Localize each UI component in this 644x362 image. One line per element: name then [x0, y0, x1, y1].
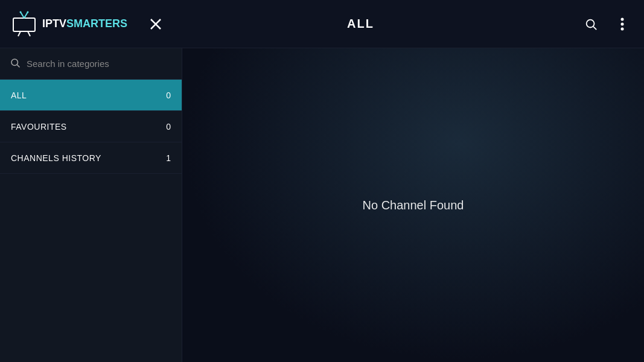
- category-label-channels-history: CHANNELS HISTORY: [11, 153, 101, 163]
- no-channel-message: No Channel Found: [363, 198, 464, 212]
- svg-point-11: [621, 17, 624, 21]
- more-options-icon: [620, 17, 624, 31]
- category-item-all[interactable]: ALL 0: [0, 80, 182, 111]
- category-label-favourites: FAVOURITES: [11, 122, 67, 132]
- category-count-channels-history: 1: [166, 153, 171, 163]
- header-actions: [579, 12, 634, 36]
- logo-area: IPTVSMARTERS: [10, 10, 142, 39]
- category-count-all: 0: [166, 91, 171, 100]
- close-button[interactable]: [145, 13, 167, 35]
- svg-rect-0: [13, 18, 35, 31]
- category-count-favourites: 0: [166, 122, 171, 132]
- svg-point-9: [587, 19, 595, 27]
- category-item-channels-history[interactable]: CHANNELS HISTORY 1: [0, 142, 182, 174]
- search-bar-search-icon: [10, 57, 21, 68]
- logo-text: IPTVSMARTERS: [42, 17, 127, 30]
- category-label-all: ALL: [11, 91, 27, 100]
- category-item-favourites[interactable]: FAVOURITES 0: [0, 111, 182, 142]
- svg-point-5: [20, 11, 22, 13]
- header-center: ALL: [142, 17, 579, 31]
- search-input[interactable]: [27, 59, 172, 69]
- svg-point-6: [27, 11, 29, 13]
- search-icon: [584, 17, 598, 31]
- svg-line-3: [21, 12, 24, 18]
- svg-point-14: [11, 59, 18, 66]
- svg-point-12: [621, 22, 624, 25]
- iptv-logo-icon: [10, 10, 39, 39]
- header-title: ALL: [347, 17, 374, 31]
- main-content: ALL 0 FAVOURITES 0 CHANNELS HISTORY 1 No…: [0, 48, 644, 362]
- search-button[interactable]: [579, 12, 603, 36]
- svg-line-15: [17, 65, 19, 67]
- close-icon: [148, 17, 163, 31]
- content-area: No Channel Found: [182, 48, 644, 362]
- svg-line-4: [24, 12, 28, 18]
- svg-line-1: [18, 31, 21, 36]
- header: IPTVSMARTERS ALL: [0, 0, 644, 48]
- search-bar-icon: [10, 57, 21, 71]
- search-bar: [0, 48, 182, 80]
- more-options-button[interactable]: [610, 12, 634, 36]
- sidebar: ALL 0 FAVOURITES 0 CHANNELS HISTORY 1: [0, 48, 182, 362]
- svg-point-13: [621, 27, 624, 30]
- svg-line-2: [28, 31, 30, 36]
- svg-line-10: [593, 27, 596, 30]
